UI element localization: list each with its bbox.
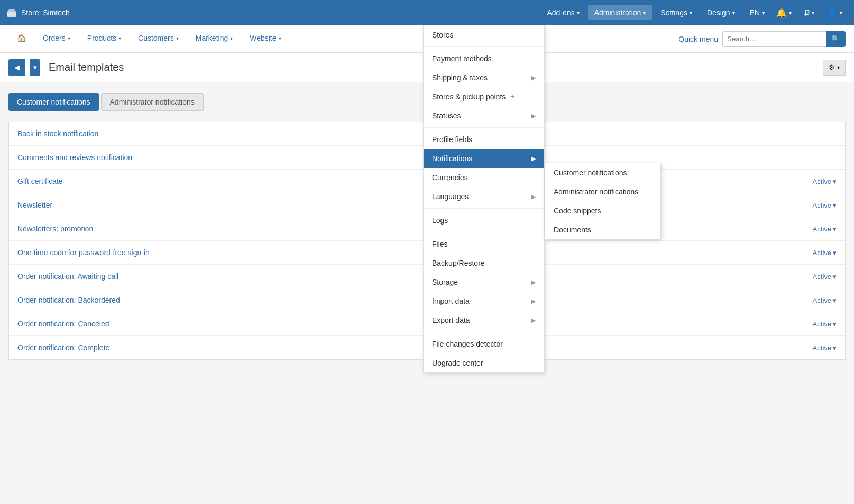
row-link-5[interactable]: One-time code for password-free sign-in	[17, 248, 813, 257]
dropdown-item-logs[interactable]: Logs	[424, 211, 544, 230]
row-link-2[interactable]: Gift certificate	[17, 177, 813, 185]
submenu-arrow-icon: ▶	[531, 298, 536, 305]
dropdown-item-pickup[interactable]: Stores & pickup points ✦	[424, 87, 544, 106]
administration-nav-link[interactable]: Administration ▾	[588, 5, 653, 20]
row-link-9[interactable]: Order notification: Complete	[17, 343, 813, 352]
status-badge-9[interactable]: Active ▾	[813, 344, 837, 352]
orders-caret: ▾	[68, 35, 70, 41]
status-badge-2[interactable]: Active ▾	[813, 178, 837, 185]
orders-nav-link[interactable]: 🏠	[8, 25, 34, 53]
dropdown-item-files[interactable]: Files	[424, 235, 544, 254]
back-button[interactable]: ◀	[8, 59, 25, 76]
submenu-arrow-icon: ▶	[531, 317, 536, 324]
top-nav-links: Add-ons ▾ Administration ▾ Settings ▾ De…	[541, 5, 772, 20]
products-link[interactable]: Products ▾	[79, 25, 130, 53]
status-caret-icon: ▾	[833, 296, 837, 304]
row-link-4[interactable]: Newsletters: promotion	[17, 225, 813, 233]
marketing-link[interactable]: Marketing ▾	[187, 25, 241, 53]
gear-button[interactable]: ⚙ ▾	[823, 60, 846, 76]
status-badge-5[interactable]: Active ▾	[813, 249, 837, 257]
status-caret-icon: ▾	[833, 225, 837, 233]
customers-link[interactable]: Customers ▾	[130, 25, 187, 53]
submenu-arrow-icon: ▶	[531, 113, 536, 119]
dropdown-item-currencies[interactable]: Currencies	[424, 168, 544, 187]
search-button[interactable]: 🔍	[826, 31, 846, 47]
submenu-arrow-icon: ▶	[531, 74, 536, 81]
dropdown-item-backup[interactable]: Backup/Restore	[424, 254, 544, 273]
top-navigation: Store: Simtech Add-ons ▾ Administration …	[0, 0, 854, 25]
notif-submenu-customer[interactable]: Customer notifications	[545, 163, 660, 182]
store-name[interactable]: Store: Simtech	[6, 7, 70, 18]
currency-icon-btn[interactable]: ₽ ▾	[799, 5, 820, 21]
settings-nav-link[interactable]: Settings ▾	[654, 5, 699, 20]
notifications-submenu: Customer notifications Administrator not…	[545, 163, 661, 240]
submenu-arrow-icon: ▶	[531, 155, 536, 162]
status-caret-icon: ▾	[833, 273, 837, 281]
secondary-nav-links: 🏠 Orders ▾ Products ▾ Customers ▾ Market…	[8, 25, 290, 53]
submenu-arrow-icon: ▶	[531, 279, 536, 286]
dropdown-item-profile-fields[interactable]: Profile fields	[424, 130, 544, 149]
row-link-6[interactable]: Order notification: Awaiting call	[17, 272, 813, 281]
dropdown-divider	[424, 332, 544, 332]
dropdown-item-export[interactable]: Export data ▶	[424, 311, 544, 330]
svg-rect-0	[7, 12, 16, 17]
row-link-3[interactable]: Newsletter	[17, 201, 813, 209]
notif-submenu-documents[interactable]: Documents	[545, 220, 660, 239]
currency-icon: ₽	[804, 8, 810, 18]
dropdown-item-notifications[interactable]: Notifications ▶	[424, 149, 544, 168]
top-nav-icons: 🔔 ▾ ₽ ▾ 👤 ▾	[771, 5, 848, 21]
marketing-caret: ▾	[230, 35, 233, 41]
back-dropdown-button[interactable]: ▾	[30, 59, 40, 76]
dropdown-divider	[424, 232, 544, 232]
addon-icon: ✦	[510, 93, 515, 100]
search-input[interactable]	[722, 31, 828, 47]
status-caret-icon: ▾	[833, 320, 837, 328]
dropdown-item-languages[interactable]: Languages ▶	[424, 187, 544, 206]
products-caret: ▾	[118, 35, 121, 41]
addons-caret: ▾	[577, 10, 580, 16]
submenu-arrow-icon: ▶	[531, 193, 536, 200]
dropdown-item-shipping[interactable]: Shipping & taxes ▶	[424, 68, 544, 87]
customers-caret: ▾	[176, 35, 179, 41]
quick-menu-button[interactable]: Quick menu	[678, 35, 718, 43]
status-badge-6[interactable]: Active ▾	[813, 273, 837, 281]
dropdown-item-stores[interactable]: Stores	[424, 25, 544, 44]
dropdown-item-file-changes[interactable]: File changes detector	[424, 334, 544, 353]
status-caret-icon: ▾	[833, 178, 837, 185]
dropdown-item-statuses[interactable]: Statuses ▶	[424, 106, 544, 125]
user-icon: 👤	[827, 8, 838, 18]
addons-nav-link[interactable]: Add-ons ▾	[541, 5, 586, 20]
language-nav-link[interactable]: EN ▾	[743, 5, 771, 20]
status-badge-8[interactable]: Active ▾	[813, 320, 837, 328]
dropdown-item-payment[interactable]: Payment methods	[424, 49, 544, 68]
orders-link[interactable]: Orders ▾	[34, 25, 79, 53]
status-badge-7[interactable]: Active ▾	[813, 296, 837, 304]
administrator-notifications-tab[interactable]: Administrator notifications	[101, 93, 204, 111]
status-badge-4[interactable]: Active ▾	[813, 225, 837, 233]
row-link-8[interactable]: Order notification: Canceled	[17, 320, 813, 328]
customer-notifications-tab[interactable]: Customer notifications	[8, 93, 99, 111]
row-link-7[interactable]: Order notification: Backordered	[17, 296, 813, 304]
store-icon	[6, 7, 17, 18]
administration-caret: ▾	[643, 10, 646, 16]
website-link[interactable]: Website ▾	[241, 25, 289, 53]
store-label: Store: Simtech	[21, 8, 70, 17]
status-badge-3[interactable]: Active ▾	[813, 201, 837, 209]
dropdown-item-import[interactable]: Import data ▶	[424, 292, 544, 311]
gear-caret: ▾	[837, 64, 840, 70]
gear-icon: ⚙	[829, 63, 835, 71]
status-caret-icon: ▾	[833, 249, 837, 257]
notif-submenu-admin[interactable]: Administrator notifications	[545, 182, 660, 201]
dropdown-divider	[424, 127, 544, 128]
notif-submenu-snippets[interactable]: Code snippets	[545, 201, 660, 220]
design-nav-link[interactable]: Design ▾	[701, 5, 741, 20]
status-caret-icon: ▾	[833, 201, 837, 209]
administration-dropdown: Stores Payment methods Shipping & taxes …	[423, 25, 545, 370]
notifications-icon-btn[interactable]: 🔔 ▾	[771, 5, 797, 21]
language-caret: ▾	[762, 10, 765, 16]
bell-icon: 🔔	[776, 8, 787, 18]
dropdown-item-upgrade[interactable]: Upgrade center	[424, 353, 544, 370]
user-icon-btn[interactable]: 👤 ▾	[822, 5, 848, 21]
dropdown-divider	[424, 46, 544, 47]
dropdown-item-storage[interactable]: Storage ▶	[424, 273, 544, 292]
